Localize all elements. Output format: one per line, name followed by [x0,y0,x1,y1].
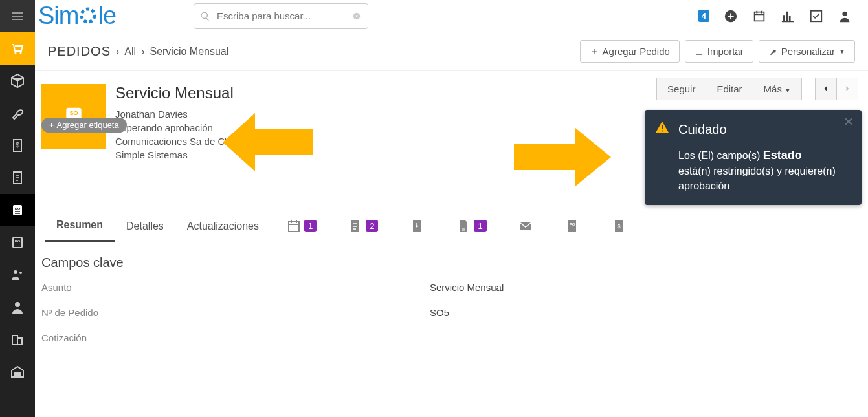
record-icon: SO [41,84,106,149]
tab-emails[interactable] [502,212,549,241]
warning-toast: Cuidado Los (El) campo(s) Estado está(n)… [645,110,862,205]
field-value-subject: Servicio Mensual [430,282,504,293]
toast-title: Cuidado [678,120,836,139]
sidebar-item-quotes[interactable] [0,162,35,194]
svg-point-16 [15,302,20,307]
logo: Simle [38,2,116,30]
breadcrumb-module[interactable]: Pedidos [48,44,111,59]
sidebar-item-so[interactable]: SO [0,194,35,226]
toast-message: Los (El) campo(s) Estado está(n) restrin… [678,147,836,193]
tab-summary[interactable]: Resumen [45,210,115,242]
search-container [194,3,368,29]
svg-point-14 [14,270,17,274]
key-fields: Campos clave Asunto Servicio Mensual Nº … [35,242,868,343]
svg-rect-21 [289,222,299,231]
svg-text:SO: SO [69,110,78,116]
record-title: Servicio Mensual [115,84,234,102]
svg-text:SO: SO [15,207,21,211]
top-icons: 4 [698,9,862,23]
warning-icon [655,120,669,134]
annotation-arrow-right [514,128,611,186]
record-company: Simple Sistemas [115,148,234,162]
search-input[interactable] [194,3,368,29]
breadcrumb-all[interactable]: All [124,46,136,58]
sidebar-item-company[interactable] [0,323,35,356]
next-record-button[interactable] [837,78,858,100]
tab-documents[interactable]: 1 [440,212,502,241]
field-label-subject: Asunto [41,282,430,293]
sidebar-item-warehouse[interactable] [0,356,35,388]
sidebar-item-profile[interactable] [0,291,35,323]
svg-point-5 [15,52,17,54]
topbar: Simle 4 [0,0,868,32]
svg-text:PO: PO [569,222,575,226]
add-tag-button[interactable]: +Agregar etiqueta [41,118,127,133]
prev-record-button[interactable] [815,78,837,100]
record-owner: Jonathan Davies [115,107,234,121]
chevron-icon: › [141,46,144,58]
close-icon[interactable] [843,116,854,127]
edit-button[interactable]: Editar [706,78,753,100]
svg-text:$: $ [617,223,620,230]
svg-point-0 [82,9,95,22]
sidebar-item-people[interactable] [0,259,35,291]
svg-point-4 [842,11,847,16]
breadcrumb-current: Servicio Mensual [150,46,228,58]
field-label-number: Nº de Pedido [41,307,430,318]
svg-text:$: $ [16,142,19,149]
user-icon[interactable] [838,9,852,23]
import-button[interactable]: Importar [685,40,753,63]
tab-invoices[interactable]: $ [595,212,642,241]
svg-rect-18 [17,338,22,345]
main: Pedidos › All › Servicio Mensual Agregar… [35,32,868,417]
more-button[interactable]: Más ▼ [753,78,802,100]
tab-details[interactable]: Detalles [115,211,175,241]
sidebar-item-orders[interactable] [0,32,35,65]
field-value-number: SO5 [430,307,449,318]
search-icon [200,11,210,21]
search-options-icon[interactable] [351,11,362,21]
breadcrumb: Pedidos › All › Servicio Mensual [48,44,228,59]
tab-workflow[interactable] [394,212,440,241]
sidebar-item-billing[interactable]: $ [0,129,35,162]
svg-point-15 [19,272,22,274]
tab-updates[interactable]: Actualizaciones [175,211,271,241]
calendar-icon[interactable] [752,9,766,23]
tab-activities[interactable]: 1 [271,212,332,241]
svg-rect-17 [12,336,17,345]
chart-icon[interactable] [781,9,795,23]
sidebar-item-service[interactable] [0,97,35,129]
add-icon[interactable] [724,9,738,23]
record-info: Servicio Mensual Jonathan Davies Esperan… [115,84,234,162]
tabs: Resumen Detalles Actualizaciones 1 2 1 P… [35,210,868,242]
field-label-quote: Cotización [41,332,430,343]
chevron-icon: › [116,46,119,58]
follow-button[interactable]: Seguir [656,78,706,100]
tab-po[interactable]: PO [549,212,595,241]
key-fields-heading: Campos clave [41,255,868,270]
header-actions: Seguir Editar Más ▼ [656,78,858,100]
menu-toggle[interactable] [0,0,35,32]
tasks-icon[interactable] [809,9,823,23]
svg-rect-30 [662,131,663,132]
tab-notes[interactable]: 2 [332,212,394,241]
svg-rect-29 [662,125,663,129]
record-status: Esperando aprobación [115,121,234,134]
annotation-arrow-left [223,113,313,171]
add-order-button[interactable]: Agregar Pedido [580,40,680,63]
customize-button[interactable]: Personalizar ▼ [759,40,855,63]
subheader: Pedidos › All › Servicio Mensual Agregar… [35,32,868,71]
sidebar: $ SO PO [0,32,35,417]
svg-text:PO: PO [15,239,21,243]
notification-badge[interactable]: 4 [698,10,709,22]
svg-point-6 [20,52,22,54]
sidebar-item-package[interactable] [0,65,35,97]
sidebar-item-po[interactable]: PO [0,226,35,259]
record-account: Comunicaciones Sa de CV [115,134,234,148]
